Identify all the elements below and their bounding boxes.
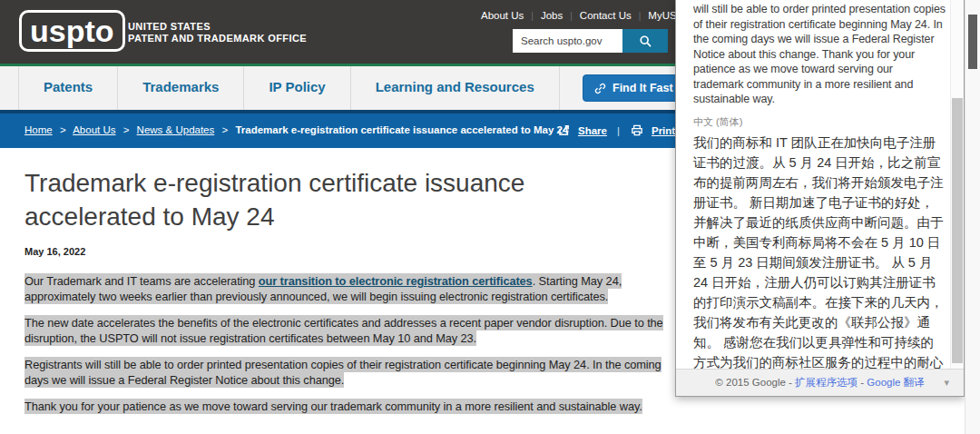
print-icon <box>630 123 644 137</box>
nav-item-learning-resources[interactable]: Learning and Resources <box>351 66 560 110</box>
translate-popup-body: will still be able to order printed pres… <box>676 0 949 369</box>
popup-scrollbar <box>950 0 964 369</box>
extension-options-link[interactable]: 扩展程序选项 <box>795 377 858 388</box>
print-link[interactable]: Print <box>652 125 675 136</box>
transition-certificates-link[interactable]: our transition to electronic registratio… <box>259 274 533 288</box>
breadcrumb-separator: > <box>123 124 130 135</box>
paragraph-4-text: Thank you for your patience as we move t… <box>24 399 642 414</box>
breadcrumb-separator: > <box>221 124 228 135</box>
article: Trademark e-registration certificate iss… <box>24 166 674 414</box>
utility-link-jobs[interactable]: Jobs <box>541 10 563 21</box>
page-title: Trademark e-registration certificate iss… <box>24 166 619 233</box>
nav-item-patents[interactable]: Patents <box>18 66 118 110</box>
paragraph-3-text: Registrants will still be able to order … <box>24 357 662 388</box>
paragraph-1-text: Our Trademark and IT teams are accelerat… <box>24 274 259 288</box>
breadcrumb-home[interactable]: Home <box>24 124 53 135</box>
collapse-caret-icon[interactable]: ▾ <box>944 370 949 396</box>
page: uspto UNITED STATES PATENT AND TRADEMARK… <box>0 0 980 434</box>
utility-nav: About Us | Jobs | Contact Us | MyUSPTO <box>481 10 662 21</box>
breadcrumb-separator: > <box>60 124 66 135</box>
utility-link-contact-us[interactable]: Contact Us <box>580 10 632 21</box>
page-actions: Share | Print <box>557 113 675 147</box>
browser-scrollbar-thumb[interactable] <box>968 15 977 69</box>
paragraph-1: Our Trademark and IT teams are accelerat… <box>24 273 672 304</box>
breadcrumb: Home > About Us > News & Updates > Trade… <box>24 113 568 147</box>
find-it-fast-label: Find It Fast <box>612 82 673 94</box>
translate-popup: will still be able to order printed pres… <box>675 0 965 397</box>
tagline-line1: UNITED STATES <box>128 21 307 33</box>
breadcrumb-about-us[interactable]: About Us <box>73 124 115 135</box>
translated-source-text: will still be able to order printed pres… <box>693 2 946 107</box>
chinese-translation-text: 我们的商标和 IT 团队正在加快向电子注册证书的过渡。从 5 月 24 日开始，… <box>693 133 946 370</box>
language-label: 中文 (简体) <box>693 115 946 129</box>
site-search <box>513 29 668 53</box>
browser-scrollbar <box>965 0 980 434</box>
link-icon <box>594 83 606 94</box>
google-translate-link[interactable]: Google 翻译 <box>867 377 924 388</box>
search-input[interactable] <box>513 29 622 53</box>
search-icon <box>639 35 652 48</box>
utility-link-about-us[interactable]: About Us <box>481 10 524 21</box>
footer-copyright: © 2015 Google - <box>715 377 795 388</box>
nav-item-trademarks[interactable]: Trademarks <box>118 66 244 110</box>
paragraph-2: The new date accelerates the benefits of… <box>24 315 672 346</box>
popup-footer: © 2015 Google - 扩展程序选项 - Google 翻译 ▾ <box>676 369 964 396</box>
actions-separator: | <box>617 125 620 136</box>
uspto-logo[interactable]: uspto <box>19 10 125 52</box>
paragraph-4: Thank you for your patience as we move t… <box>24 399 672 414</box>
utility-separator: | <box>639 11 642 21</box>
share-link[interactable]: Share <box>578 125 607 136</box>
share-icon <box>557 123 571 137</box>
paragraph-3: Registrants will still be able to order … <box>24 357 672 388</box>
search-button[interactable] <box>622 29 668 53</box>
popup-scrollbar-thumb[interactable] <box>952 98 963 363</box>
breadcrumb-news-updates[interactable]: News & Updates <box>137 124 215 135</box>
breadcrumb-current-page: Trademark e-registration certificate iss… <box>235 124 568 135</box>
tagline-line2: PATENT AND TRADEMARK OFFICE <box>128 33 307 44</box>
publish-date: May 16, 2022 <box>24 246 674 257</box>
agency-tagline: UNITED STATES PATENT AND TRADEMARK OFFIC… <box>128 21 307 44</box>
nav-item-ip-policy[interactable]: IP Policy <box>244 66 350 110</box>
utility-separator: | <box>531 11 534 21</box>
footer-dash: - <box>858 377 867 388</box>
utility-separator: | <box>570 11 573 21</box>
paragraph-2-text: The new date accelerates the benefits of… <box>24 315 663 346</box>
